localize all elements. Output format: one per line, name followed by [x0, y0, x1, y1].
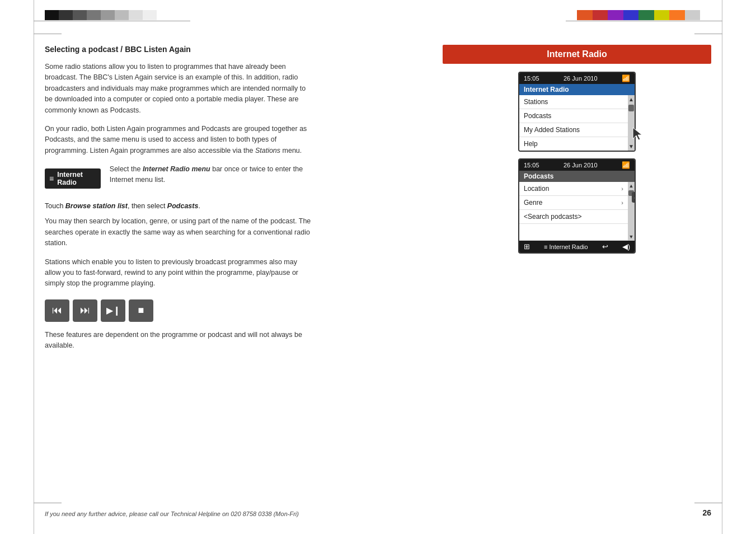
- menu-item-help[interactable]: Help ›: [519, 137, 635, 151]
- para1: Some radio stations allow you to listen …: [45, 62, 313, 116]
- scroll-down-icon[interactable]: ▼: [628, 143, 634, 151]
- screen2-menu-list: Location › Genre › <Search podcasts>: [519, 182, 628, 241]
- screen2-wifi: 📶: [622, 161, 630, 169]
- left-column: Selecting a podcast / BBC Listen Again S…: [45, 45, 313, 359]
- playback-controls: ⏮ ⏭ ▶❙ ■: [45, 299, 313, 322]
- page-border-right: [722, 0, 722, 534]
- right-column: Internet Radio 15:05 26 Jun 2010 📶 Inter…: [443, 45, 711, 259]
- menu-item-genre-label: Genre: [524, 199, 542, 207]
- arrow-right-genre: ›: [621, 199, 623, 206]
- menu-item-added-stations-label: My Added Stations: [524, 126, 580, 134]
- screen1-time: 15:05: [524, 75, 539, 82]
- scroll-up-icon[interactable]: ▲: [628, 95, 634, 102]
- scroll-down-2-icon[interactable]: ▼: [629, 234, 634, 241]
- screen2-menu-area: Location › Genre › <Search podcasts> ▲: [519, 182, 635, 241]
- fast-forward-button[interactable]: ⏭: [73, 299, 97, 322]
- h-line-bottom-right: [694, 503, 722, 503]
- color-bar-left: [45, 10, 157, 20]
- scroll-handle[interactable]: [628, 105, 634, 111]
- ir-button: ≡ Internet Radio: [45, 168, 101, 189]
- menu-item-search[interactable]: <Search podcasts>: [519, 210, 628, 224]
- right-header: Internet Radio: [443, 45, 711, 64]
- screen2-title: Podcasts: [519, 171, 635, 182]
- screen2-time: 15:05: [524, 162, 539, 168]
- ir-button-label: Internet Radio: [57, 171, 94, 186]
- screen2-wrapper: 15:05 26 Jun 2010 📶 Podcasts Location › …: [518, 158, 636, 254]
- screen1-date: 26 Jun 2010: [564, 75, 598, 82]
- menu-item-location[interactable]: Location ›: [519, 182, 628, 196]
- para2: On your radio, both Listen Again program…: [45, 124, 313, 156]
- menu-item-location-label: Location: [524, 185, 549, 193]
- screen2-topbar: 15:05 26 Jun 2010 📶: [519, 160, 635, 171]
- menu-item-podcasts[interactable]: Podcasts ›: [519, 109, 635, 123]
- cursor: [632, 127, 643, 143]
- touch-instruction: Touch Browse station list, then select P…: [45, 201, 313, 212]
- vol-icon[interactable]: ◀): [622, 242, 630, 251]
- h-line-left-short: [34, 34, 62, 34]
- screen2: 15:05 26 Jun 2010 📶 Podcasts Location › …: [518, 158, 636, 254]
- instruction-text: Select the Internet Radio menu bar once …: [110, 164, 313, 186]
- screen2-bottom-bar: ⊞ ≡ Internet Radio ↩ ◀): [519, 241, 635, 252]
- screen1: 15:05 26 Jun 2010 📶 Internet Radio Stati…: [518, 72, 636, 152]
- grid-icon[interactable]: ⊞: [524, 242, 530, 251]
- menu-item-stations-label: Stations: [524, 98, 548, 106]
- menu-icon: ≡: [49, 174, 54, 183]
- rewind-button[interactable]: ⏮: [45, 299, 69, 322]
- screen1-menu-area: Stations › Podcasts › My Added Stations …: [519, 95, 635, 151]
- scroll-bar-2[interactable]: ▲ ▼: [628, 182, 635, 241]
- volume-icon: ◀): [634, 194, 636, 202]
- arrow-right-location: ›: [621, 185, 623, 192]
- back-icon[interactable]: ↩: [602, 242, 608, 251]
- menu-item-help-label: Help: [524, 140, 538, 148]
- volume-badge: ◀): [632, 192, 636, 203]
- color-bar-right: [577, 10, 700, 20]
- screen1-menu-list: Stations › Podcasts › My Added Stations …: [519, 95, 635, 151]
- empty-row: [519, 224, 628, 241]
- page-border-left: [34, 0, 34, 534]
- bottom-bar-label: ≡ Internet Radio: [544, 243, 588, 250]
- screen1-wifi: 📶: [622, 74, 630, 82]
- h-line-top-left: [34, 21, 190, 21]
- screen1-topbar: 15:05 26 Jun 2010 📶: [519, 73, 635, 84]
- instruction-row: ≡ Internet Radio Select the Internet Rad…: [45, 164, 313, 193]
- svg-marker-0: [633, 128, 642, 140]
- stop-button[interactable]: ■: [129, 299, 153, 322]
- para5: These features are dependent on the prog…: [45, 330, 313, 352]
- h-line-top-right: [566, 21, 722, 21]
- footnote: If you need any further advice, please c…: [45, 510, 299, 517]
- menu-item-podcasts-label: Podcasts: [524, 112, 551, 120]
- menu-item-search-label: <Search podcasts>: [524, 213, 581, 221]
- scroll-up-2-icon[interactable]: ▲: [629, 182, 634, 189]
- menu-item-genre[interactable]: Genre ›: [519, 196, 628, 210]
- section-heading: Selecting a podcast / BBC Listen Again: [45, 45, 313, 54]
- h-line-bottom-left: [34, 503, 62, 503]
- page-number: 26: [702, 508, 711, 517]
- menu-item-stations[interactable]: Stations ›: [519, 95, 635, 109]
- play-pause-button[interactable]: ▶❙: [101, 299, 125, 322]
- screen2-date: 26 Jun 2010: [564, 162, 598, 168]
- menu-item-added-stations[interactable]: My Added Stations ›: [519, 123, 635, 137]
- para3: You may then search by location, genre, …: [45, 216, 313, 249]
- para4: Stations which enable you to listen to p…: [45, 257, 313, 289]
- screen1-title: Internet Radio: [519, 84, 635, 95]
- h-line-right-short: [694, 34, 722, 34]
